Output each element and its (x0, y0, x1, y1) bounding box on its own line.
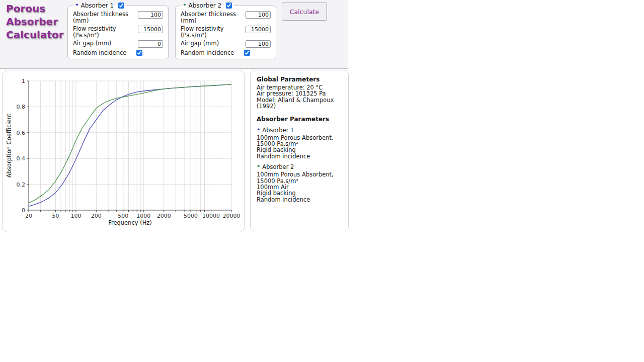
absorber1-thickness-input[interactable] (138, 11, 163, 19)
x-tick-label: 5000 (184, 213, 198, 219)
form-row: Flow resistivity (Pa.s/m²) (181, 26, 271, 39)
x-tick-label: 2000 (157, 213, 171, 219)
absorber1-enabled-checkbox[interactable] (118, 3, 124, 9)
app-title: Porous Absorber Calculator (6, 2, 64, 41)
absorber1-air-gap-input[interactable] (138, 40, 163, 48)
x-tick-label: 200 (91, 213, 102, 219)
absorber2-thickness-input[interactable] (246, 11, 271, 19)
form-row: Absorber thickness (mm) (181, 11, 271, 24)
model-line: Model: Allard & Champoux (1992) (257, 97, 343, 110)
absorber2-flow-resistivity-label: Flow resistivity (Pa.s/m²) (181, 26, 244, 39)
calculate-button[interactable]: Calculate (282, 3, 327, 21)
summary-line: Random incidence (257, 197, 343, 203)
summary-line: Rigid backing (257, 147, 343, 153)
y-tick-label: 0 (22, 207, 25, 214)
summary-line: Rigid backing (257, 190, 343, 196)
app-title-line2: Absorber (6, 15, 64, 28)
page: Porous Absorber Calculator • Absorber 1 … (0, 0, 644, 362)
app-title-line3: Calculator (6, 28, 64, 41)
absorber2-legend: • Absorber 2 (181, 2, 234, 9)
y-tick-label: 0.4 (17, 155, 26, 162)
absorber1-thickness-label: Absorber thickness (mm) (73, 11, 136, 24)
absorber2-air-gap-label: Air gap (mm) (181, 40, 219, 47)
absorber2-bullet-icon: • (183, 1, 187, 9)
absorber1-summary: • Absorber 1 100mm Porous Absorbent, 150… (257, 127, 343, 160)
x-tick-label: 50 (52, 213, 59, 219)
absorber2-summary-label: Absorber 2 (262, 163, 294, 170)
absorber1-flow-resistivity-label: Flow resistivity (Pa.s/m²) (73, 26, 136, 39)
absorber2-fieldset: • Absorber 2 Absorber thickness (mm) Flo… (175, 2, 276, 59)
absorber1-random-incidence-label: Random incidence (73, 50, 136, 56)
absorber1-bullet-icon: • (257, 126, 261, 133)
absorber2-random-incidence-checkbox[interactable] (244, 50, 250, 56)
x-tick-label: 100 (70, 213, 81, 219)
y-axis-label: Absorption Coefficient (6, 113, 13, 177)
absorber1-summary-label: Absorber 1 (262, 127, 294, 134)
absorber-parameters-heading: Absorber Parameters (257, 116, 343, 123)
air-pressure-line: Air pressure: 101325 Pa (257, 90, 343, 97)
absorber1-bullet-icon: • (75, 1, 79, 9)
y-tick-label: 0.2 (17, 182, 26, 188)
absorber2-summary-name: • Absorber 2 (257, 164, 343, 170)
absorber1-summary-name: • Absorber 1 (257, 127, 343, 134)
summary-line: Random incidence (257, 153, 343, 159)
x-axis-label: Frequency (Hz) (108, 219, 152, 226)
absorber2-bullet-icon: • (257, 162, 261, 170)
x-tick-label: 1000 (136, 213, 150, 219)
form-row: Absorber thickness (mm) (73, 11, 163, 24)
x-tick-label: 20 (25, 213, 32, 219)
absorber1-flow-resistivity-input[interactable] (138, 26, 163, 33)
absorber2-thickness-label: Absorber thickness (mm) (181, 11, 244, 24)
absorption-coefficient-chart: 2050100200500100020005000100002000000.20… (3, 70, 244, 232)
absorber1-legend-label: Absorber 1 (81, 2, 114, 9)
form-row: Air gap (mm) (181, 40, 271, 48)
x-tick-label: 10000 (202, 213, 220, 219)
absorption-chart-panel: 2050100200500100020005000100002000000.20… (3, 70, 245, 232)
form-row: Air gap (mm) (73, 40, 163, 48)
y-tick-label: 1 (22, 78, 25, 84)
checkbox-column (136, 50, 162, 56)
absorber2-summary: • Absorber 2 100mm Porous Absorbent, 150… (257, 164, 343, 203)
global-parameters-heading: Global Parameters (257, 76, 343, 83)
y-tick-label: 0.8 (17, 104, 26, 110)
app-title-line1: Porous (6, 2, 64, 15)
parameters-panel: Global Parameters Air temperature: 20 °C… (250, 70, 349, 231)
absorber2-enabled-checkbox[interactable] (226, 3, 232, 9)
form-row: Flow resistivity (Pa.s/m²) (73, 26, 163, 39)
header-band: Porous Absorber Calculator • Absorber 1 … (0, 0, 348, 69)
y-tick-label: 0.6 (17, 130, 26, 136)
absorber2-air-gap-input[interactable] (246, 40, 271, 48)
absorber1-random-incidence-checkbox[interactable] (136, 50, 142, 56)
absorber2-legend-label: Absorber 2 (189, 2, 222, 9)
x-tick-label: 500 (118, 213, 128, 219)
absorber1-air-gap-label: Air gap (mm) (73, 40, 111, 47)
curve-absorber1 (29, 84, 231, 206)
form-row: Random incidence (73, 50, 163, 56)
absorber2-flow-resistivity-input[interactable] (246, 26, 271, 33)
summary-line: 100mm Porous Absorbent, (257, 171, 343, 177)
form-row: Random incidence (181, 50, 271, 56)
x-tick-label: 20000 (223, 213, 240, 219)
absorber2-random-incidence-label: Random incidence (181, 50, 244, 56)
absorber1-legend: • Absorber 1 (73, 2, 126, 9)
checkbox-column (244, 50, 269, 56)
absorber1-fieldset: • Absorber 1 Absorber thickness (mm) Flo… (67, 2, 169, 59)
curve-absorber2 (29, 84, 231, 203)
